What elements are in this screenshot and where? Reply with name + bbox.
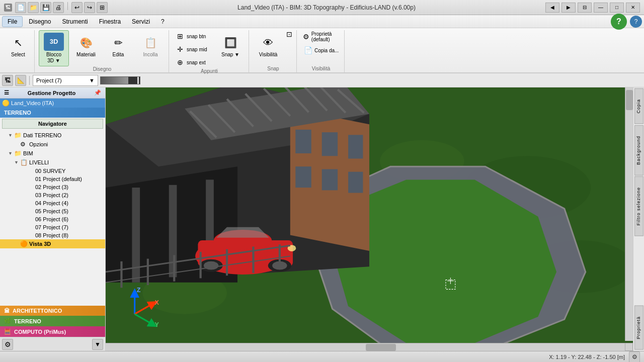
- scroll-thumb-h[interactable]: [366, 344, 396, 351]
- custom-button[interactable]: ⊞: [97, 2, 108, 13]
- svg-rect-18: [322, 132, 338, 156]
- print-button[interactable]: 🖨: [53, 2, 64, 13]
- toolbar-icon-2[interactable]: 📐: [15, 75, 26, 86]
- svg-rect-20: [295, 166, 311, 188]
- window-tile-button[interactable]: ⊟: [578, 3, 592, 13]
- proprieta-button[interactable]: ⚙ Proprietà (default): [301, 30, 341, 43]
- blocco3d-button[interactable]: 3D Blocco3D ▼: [39, 30, 69, 66]
- snap-top-button[interactable]: ⊞ snap btn: [173, 30, 213, 42]
- tree-01-project[interactable]: 01 Project (default): [0, 175, 105, 183]
- viewport-scrollbar-horizontal[interactable]: [106, 343, 625, 351]
- nav-next-button[interactable]: ▶: [561, 3, 576, 13]
- architettonico-icon: 🏛: [4, 308, 10, 314]
- label-dati-terreno: Dati TERRENO: [23, 132, 61, 138]
- ribbon-group-select: ↖ Select: [2, 30, 35, 72]
- edita-button[interactable]: ✏ Edita: [103, 30, 133, 62]
- menu-file[interactable]: File: [2, 16, 23, 27]
- minimize-button[interactable]: —: [594, 3, 608, 13]
- save-button[interactable]: 💾: [40, 2, 51, 13]
- redo-button[interactable]: ↪: [84, 2, 95, 13]
- statusbar-icon[interactable]: ⚙: [629, 351, 640, 363]
- menu-strumenti[interactable]: Strumenti: [57, 17, 93, 27]
- panel-title: Gestione Progetto: [28, 90, 75, 96]
- tree-container[interactable]: ▼ 📁 Dati TERRENO ⚙ Opzioni ▼ 📁 BIM ▼ 📋 L…: [0, 130, 105, 306]
- section-terreno[interactable]: TERRENO: [0, 108, 105, 118]
- scene-svg: Z X Y: [106, 87, 633, 351]
- panel-header-icon: ☰: [4, 89, 9, 96]
- panel-pin-icon[interactable]: 📌: [94, 89, 101, 96]
- tree-06-project[interactable]: 06 Project (6): [0, 215, 105, 223]
- snap-cross-icon: ✛: [175, 44, 185, 54]
- tree-vista-3d[interactable]: 🟠 Vista 3D: [0, 239, 105, 248]
- section-architettonico[interactable]: 🏛 ARCHITETTONICO: [0, 306, 105, 316]
- toolbar-separator: [29, 76, 30, 85]
- viewport[interactable]: Z X Y: [106, 87, 633, 351]
- icon-opzioni: ⚙: [20, 141, 28, 148]
- section-computo[interactable]: 🧮 COMPUTO (PriMus): [0, 326, 105, 337]
- arrow-bim: ▼: [8, 151, 14, 156]
- tree-livelli[interactable]: ▼ 📋 LIVELLI: [0, 158, 105, 167]
- menu-disegno[interactable]: Disegno: [24, 17, 56, 27]
- panel-settings-icon[interactable]: ⚙: [2, 339, 13, 350]
- ribbon-group-snap: 👁 Visibilità ⊡ Snap: [250, 30, 297, 72]
- tree-03-project[interactable]: 03 Project (2): [0, 191, 105, 199]
- proprieta-icon: ⚙: [303, 32, 310, 42]
- tree-04-project[interactable]: 04 Project (4): [0, 199, 105, 207]
- ribbon-group-visibilita: ⚙ Proprietà (default) 📄 Copia da... Visi…: [298, 30, 345, 72]
- panel-arrow-icon[interactable]: ▼: [92, 339, 103, 350]
- copia-da-button[interactable]: 📄 Copia da...: [301, 44, 341, 56]
- copia-panel-btn[interactable]: Copia: [634, 88, 643, 124]
- help-circle-icon[interactable]: ?: [611, 14, 627, 30]
- coordinates-display: X: 1.19 - Y: 22.48 - Z: -1.50 [m]: [549, 354, 625, 360]
- tree-00-survey[interactable]: 00 SURVEY: [0, 167, 105, 175]
- menu-help[interactable]: ?: [156, 17, 170, 27]
- snap-main-button[interactable]: 🔲 Snap ▼: [215, 30, 246, 62]
- tree-opzioni[interactable]: ⚙ Opzioni: [0, 140, 105, 149]
- menu-servizi[interactable]: Servizi: [127, 17, 155, 27]
- undo-button[interactable]: ↩: [71, 2, 83, 13]
- background-panel-btn[interactable]: Background: [634, 125, 643, 175]
- filtro-panel-btn[interactable]: Filtro selezione: [634, 176, 643, 236]
- proprieta-panel-btn[interactable]: Proprietà: [634, 306, 643, 350]
- toolbar-icon-1[interactable]: 🏗: [2, 75, 13, 86]
- label-livelli: LIVELLI: [29, 159, 49, 165]
- progress-handle[interactable]: [137, 77, 139, 84]
- section-terreno2[interactable]: 🌿 TERRENO: [0, 316, 105, 326]
- tree-bim[interactable]: ▼ 📁 BIM: [0, 149, 105, 158]
- tree-02-project[interactable]: 02 Project (3): [0, 183, 105, 191]
- visibilita-expand-button[interactable]: ⊡: [285, 30, 293, 38]
- blocco3d-icon: 3D: [44, 33, 64, 51]
- project-dropdown[interactable]: Project (7) ▼: [33, 75, 98, 86]
- close-button[interactable]: ✕: [626, 3, 640, 13]
- menu-finestra[interactable]: Finestra: [94, 17, 126, 27]
- snap-ext-icon: ⊕: [175, 57, 185, 67]
- help-small-icon[interactable]: ?: [630, 16, 642, 28]
- open-button[interactable]: 📁: [28, 2, 39, 13]
- incolla-button[interactable]: 📋 Incolla: [135, 30, 166, 62]
- maximize-button[interactable]: □: [610, 3, 624, 13]
- tree-08-project[interactable]: 08 Project (8): [0, 231, 105, 239]
- visibilita-icon: 👁: [260, 35, 276, 51]
- tree-07-project[interactable]: 07 Project (7): [0, 223, 105, 231]
- snap-bot-button[interactable]: ⊕ snap ext: [173, 56, 213, 68]
- select-button[interactable]: ↖ Select: [5, 30, 31, 62]
- menubar: File Disegno Strumenti Finestra Servizi …: [0, 15, 644, 28]
- project-icon: 🟡: [2, 100, 10, 107]
- snap-mid-button[interactable]: ✛ snap mid: [173, 43, 213, 55]
- tree-dati-terreno[interactable]: ▼ 📁 Dati TERRENO: [0, 131, 105, 140]
- scroll-thumb-v[interactable]: [626, 90, 633, 110]
- left-panel: ☰ Gestione Progetto 📌 🟡 Land_Video (ITA)…: [0, 87, 106, 351]
- label-03-project: 03 Project (2): [35, 192, 68, 198]
- project-item[interactable]: 🟡 Land_Video (ITA): [0, 99, 105, 108]
- new-button[interactable]: 📄: [15, 2, 26, 13]
- materiali-icon: 🎨: [78, 35, 94, 51]
- terreno2-icon: 🌿: [4, 318, 11, 324]
- progress-fill: [101, 77, 128, 84]
- visibilita-button[interactable]: 👁 Visibilità: [253, 30, 283, 62]
- tree-05-project[interactable]: 05 Project (5): [0, 207, 105, 215]
- materiali-button[interactable]: 🎨 Materiali: [71, 30, 101, 62]
- viewport-scrollbar-vertical[interactable]: [625, 87, 633, 341]
- label-bim: BIM: [23, 150, 33, 156]
- icon-bim: 📁: [14, 150, 22, 157]
- nav-prev-button[interactable]: ◀: [545, 3, 559, 13]
